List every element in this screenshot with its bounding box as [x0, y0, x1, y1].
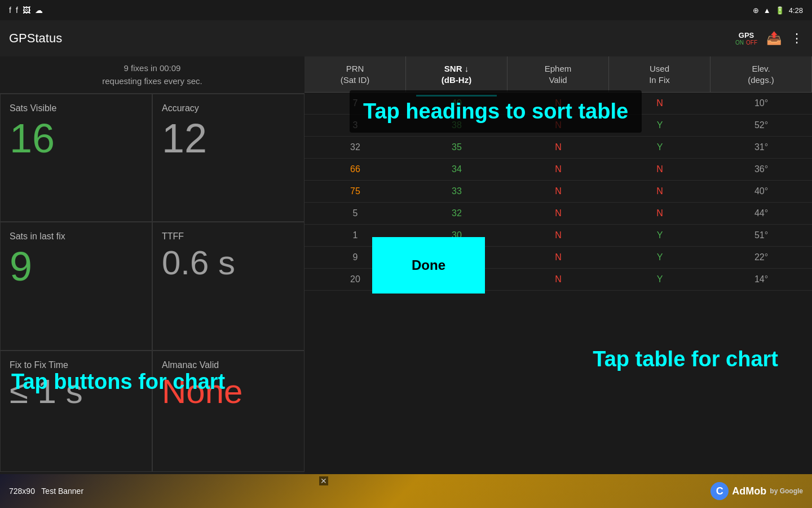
- td-ephem: N: [508, 181, 609, 202]
- table-header: PRN(Sat ID) SNR ↓(dB-Hz) EphemValid Used…: [304, 56, 812, 93]
- td-prn: 75: [304, 181, 406, 202]
- td-snr: 34: [406, 159, 508, 180]
- th-used[interactable]: UsedIn Fix: [609, 56, 710, 92]
- td-elev: 22°: [710, 247, 812, 268]
- th-prn-label: PRN(Sat ID): [341, 64, 370, 85]
- td-elev: 52°: [710, 115, 812, 136]
- td-snr: 35: [406, 137, 508, 158]
- td-ephem: N: [508, 225, 609, 246]
- gps-label: GPS: [739, 31, 754, 40]
- stats-grid: Sats Visible 16 Accuracy 12 Sats in last…: [0, 94, 304, 472]
- fixes-info-line2: requesting fixes every sec.: [6, 75, 299, 88]
- main-content: 9 fixes in 00:09 requesting fixes every …: [0, 56, 812, 474]
- td-elev: 14°: [710, 269, 812, 290]
- td-ephem: N: [508, 247, 609, 268]
- done-button[interactable]: Done: [372, 237, 485, 294]
- img-icon: 🖼: [23, 6, 30, 15]
- td-used: N: [609, 93, 710, 114]
- td-used: Y: [609, 247, 710, 268]
- td-prn: 32: [304, 137, 406, 158]
- ad-text: 728x90 Test Banner: [9, 487, 710, 496]
- td-elev: 10°: [710, 93, 812, 114]
- clock: 4:28: [789, 6, 803, 15]
- td-used: N: [609, 181, 710, 202]
- fix-to-fix-label: Fix to Fix Time: [10, 360, 143, 370]
- table-row[interactable]: 66 34 N N 36°: [304, 159, 812, 181]
- td-used: N: [609, 159, 710, 180]
- gps-indicator-icon: ⊕: [753, 6, 759, 15]
- td-used: Y: [609, 269, 710, 290]
- th-ephem-label: EphemValid: [545, 64, 572, 85]
- app-bar-actions: GPS ON OFF 📤 ⋮: [735, 31, 803, 46]
- accuracy-value: 12: [162, 118, 295, 159]
- info-bar: 9 fixes in 00:09 requesting fixes every …: [0, 56, 304, 94]
- almanac-label: Almanac Valid: [162, 360, 295, 370]
- table-row[interactable]: 75 33 N N 40°: [304, 181, 812, 203]
- table-row[interactable]: 32 35 N Y 31°: [304, 137, 812, 159]
- gps-toggle[interactable]: GPS ON OFF: [735, 31, 757, 46]
- th-elev-label: Elev.(degs.): [748, 64, 774, 85]
- td-prn: 7: [304, 93, 406, 114]
- ad-size-label: 728x90: [9, 487, 35, 496]
- td-ephem: N: [508, 269, 609, 290]
- status-bar: f f 🖼 ☁ ⊕ ▲ 🔋 4:28: [0, 0, 812, 20]
- left-panel: 9 fixes in 00:09 requesting fixes every …: [0, 56, 304, 474]
- accuracy-label: Accuracy: [162, 103, 295, 113]
- gps-off-label: OFF: [746, 40, 757, 46]
- sats-visible-value: 16: [10, 118, 143, 159]
- accuracy-cell: Accuracy 12: [152, 94, 304, 222]
- app-bar: GPStatus GPS ON OFF 📤 ⋮: [0, 20, 812, 56]
- ad-close-button[interactable]: ✕: [319, 476, 328, 485]
- wifi-icon: ▲: [764, 6, 771, 15]
- td-elev: 51°: [710, 225, 812, 246]
- sats-in-fix-label: Sats in last fix: [10, 231, 143, 242]
- fixes-info-line1: 9 fixes in 00:09: [6, 62, 299, 75]
- th-snr[interactable]: SNR ↓(dB-Hz): [406, 56, 508, 92]
- td-elev: 40°: [710, 181, 812, 202]
- fix-to-fix-cell: Fix to Fix Time ≤ 1 s: [0, 351, 152, 472]
- table-row[interactable]: 3 38 N Y 52°: [304, 115, 812, 137]
- td-used: Y: [609, 115, 710, 136]
- th-elev[interactable]: Elev.(degs.): [710, 56, 812, 92]
- done-button-label: Done: [412, 257, 445, 273]
- battery-icon: 🔋: [775, 6, 784, 15]
- ad-banner-text: Test Banner: [41, 487, 83, 496]
- fb-icon-2: f: [16, 6, 18, 15]
- cloud-icon: ☁: [35, 6, 43, 15]
- td-prn: 3: [304, 115, 406, 136]
- td-used: N: [609, 203, 710, 224]
- status-icons: f f 🖼 ☁: [9, 6, 43, 15]
- more-options-icon[interactable]: ⋮: [791, 31, 803, 46]
- th-ephem[interactable]: EphemValid: [508, 56, 609, 92]
- admob-text: AdMob: [732, 485, 766, 497]
- table-row[interactable]: 7 40 N N 10°: [304, 93, 812, 115]
- sats-visible-cell: Sats Visible 16: [0, 94, 152, 222]
- fb-icon-1: f: [9, 6, 11, 15]
- admob-logo: C AdMob by Google: [710, 482, 803, 500]
- td-snr: 33: [406, 181, 508, 202]
- td-prn: 66: [304, 159, 406, 180]
- td-prn: 5: [304, 203, 406, 224]
- td-elev: 31°: [710, 137, 812, 158]
- fix-to-fix-value: ≤ 1 s: [10, 375, 143, 409]
- th-snr-label: SNR ↓(dB-Hz): [442, 64, 471, 85]
- th-used-label: UsedIn Fix: [649, 64, 670, 85]
- admob-by: by Google: [770, 487, 803, 495]
- share-icon[interactable]: 📤: [766, 31, 782, 46]
- td-ephem: N: [508, 93, 609, 114]
- table-row[interactable]: 5 32 N N 44°: [304, 203, 812, 225]
- sats-in-fix-value: 9: [10, 246, 143, 287]
- td-used: Y: [609, 137, 710, 158]
- right-container: PRN(Sat ID) SNR ↓(dB-Hz) EphemValid Used…: [304, 56, 812, 474]
- th-prn[interactable]: PRN(Sat ID): [304, 56, 406, 92]
- td-ephem: N: [508, 137, 609, 158]
- td-ephem: N: [508, 115, 609, 136]
- almanac-value: None: [162, 375, 295, 409]
- status-right: ⊕ ▲ 🔋 4:28: [753, 6, 803, 15]
- sats-in-fix-cell: Sats in last fix 9: [0, 222, 152, 350]
- td-ephem: N: [508, 203, 609, 224]
- td-snr: 32: [406, 203, 508, 224]
- ttff-cell: TTFF 0.6 s: [152, 222, 304, 350]
- td-ephem: N: [508, 159, 609, 180]
- admob-icon: C: [710, 482, 729, 500]
